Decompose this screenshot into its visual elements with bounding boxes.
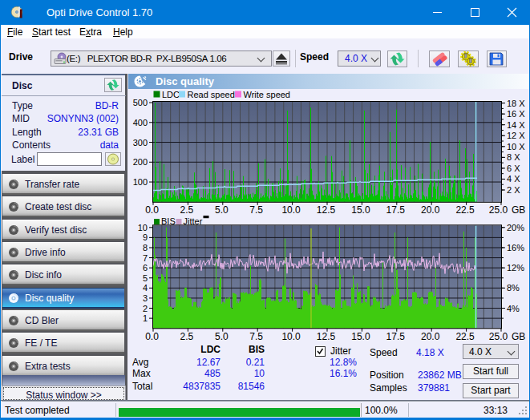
svg-text:4: 4	[143, 283, 148, 293]
svg-text:BIS: BIS	[161, 216, 176, 226]
svg-text:5.0: 5.0	[215, 204, 229, 216]
svg-text:20.0: 20.0	[421, 331, 440, 342]
svg-text:8: 8	[143, 243, 148, 252]
svg-text:25.0: 25.0	[489, 331, 508, 342]
svg-text:20.0: 20.0	[421, 204, 440, 216]
svg-text:5: 5	[143, 273, 148, 283]
svg-text:300: 300	[133, 138, 148, 147]
svg-text:LDC: LDC	[162, 90, 180, 99]
svg-text:Max: Max	[132, 368, 151, 379]
svg-text:500: 500	[133, 98, 148, 107]
svg-text:Write speed: Write speed	[244, 90, 291, 99]
svg-text:22.5: 22.5	[455, 331, 475, 342]
svg-text:3: 3	[143, 293, 148, 303]
svg-text:12.8%: 12.8%	[330, 357, 357, 368]
svg-text:Total: Total	[132, 381, 152, 392]
svg-text:Read speed: Read speed	[188, 90, 235, 99]
svg-text:2 X: 2 X	[507, 185, 520, 195]
svg-text:16 X: 16 X	[507, 109, 525, 119]
svg-text:7: 7	[143, 253, 148, 263]
svg-text:6: 6	[143, 263, 148, 273]
svg-text:Jitter: Jitter	[330, 345, 351, 357]
svg-text:0.0: 0.0	[145, 331, 159, 342]
svg-text:Jitter: Jitter	[184, 216, 203, 226]
svg-text:15.0: 15.0	[351, 331, 370, 342]
svg-text:200: 200	[133, 157, 148, 167]
svg-text:4.18 X: 4.18 X	[416, 347, 444, 358]
svg-text:9: 9	[143, 232, 148, 242]
svg-text:25.0: 25.0	[489, 204, 508, 216]
svg-text:81546: 81546	[238, 381, 265, 392]
svg-text:Position: Position	[370, 370, 404, 381]
svg-text:Speed: Speed	[370, 347, 398, 358]
svg-text:1: 1	[143, 313, 148, 323]
svg-text:23862 MB: 23862 MB	[418, 370, 462, 381]
svg-text:10: 10	[138, 223, 148, 232]
svg-text:17.5: 17.5	[386, 204, 406, 216]
svg-text:12%: 12%	[507, 263, 524, 273]
svg-text:2: 2	[143, 304, 148, 313]
svg-text:Avg: Avg	[132, 357, 148, 368]
svg-text:18 X: 18 X	[507, 99, 525, 108]
svg-text:485: 485	[204, 368, 220, 379]
svg-text:8%: 8%	[507, 283, 520, 293]
svg-text:10 X: 10 X	[507, 142, 525, 151]
svg-text:7.5: 7.5	[249, 331, 263, 342]
svg-text:12.67: 12.67	[196, 357, 220, 368]
svg-text:0.21: 0.21	[246, 357, 265, 368]
svg-text:12 X: 12 X	[507, 131, 525, 140]
svg-text:20%: 20%	[507, 223, 524, 232]
svg-text:2.5: 2.5	[180, 204, 194, 216]
svg-text:16%: 16%	[507, 243, 524, 252]
svg-text:14 X: 14 X	[507, 120, 525, 130]
svg-text:2.5: 2.5	[180, 331, 194, 342]
svg-text:4%: 4%	[507, 304, 520, 313]
svg-text:8 X: 8 X	[507, 152, 520, 162]
svg-text:15.0: 15.0	[351, 204, 370, 216]
svg-text:GB: GB	[512, 331, 525, 342]
svg-text:12.5: 12.5	[317, 331, 336, 342]
svg-text:17.5: 17.5	[386, 331, 406, 342]
svg-text:22.5: 22.5	[455, 204, 475, 216]
svg-text:400: 400	[133, 118, 148, 127]
svg-text:GB: GB	[512, 204, 525, 216]
svg-text:0.0: 0.0	[145, 204, 159, 216]
svg-text:6 X: 6 X	[507, 164, 520, 173]
svg-text:10.0: 10.0	[281, 204, 301, 216]
svg-text:5.0: 5.0	[215, 331, 229, 342]
svg-text:7.5: 7.5	[249, 204, 263, 216]
svg-text:LDC: LDC	[200, 344, 220, 355]
svg-text:16.1%: 16.1%	[330, 368, 357, 379]
svg-text:100: 100	[133, 177, 148, 187]
svg-text:10.0: 10.0	[281, 331, 301, 342]
svg-text:Samples: Samples	[370, 382, 407, 394]
svg-text:4 X: 4 X	[507, 174, 520, 184]
svg-text:BIS: BIS	[249, 344, 265, 355]
svg-text:12.5: 12.5	[317, 204, 336, 216]
svg-text:4837835: 4837835	[183, 381, 220, 392]
svg-text:379881: 379881	[418, 382, 450, 394]
svg-text:10: 10	[254, 368, 265, 379]
